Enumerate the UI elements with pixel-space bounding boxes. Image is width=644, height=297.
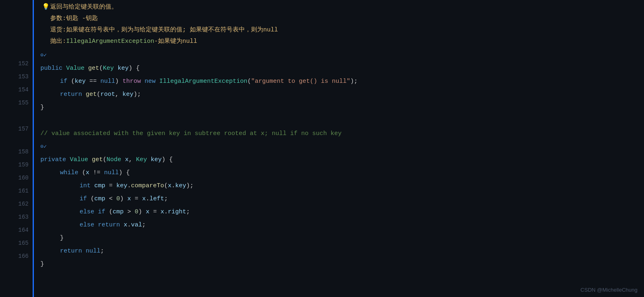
doc-text-1: 返回与给定键关联的值。 (50, 2, 118, 13)
watermark: CSDN @MichelleChung (580, 287, 637, 293)
code-line-158: @ private Value get ( Node x , Key key )… (40, 153, 644, 166)
doc-line-1: 💡 返回与给定键关联的值。 (40, 2, 644, 13)
fold-icon-2[interactable]: ⊙✓ (40, 142, 47, 152)
code-line-167 (40, 271, 644, 284)
code-line-157: // value associated with the given key i… (40, 127, 644, 140)
doc-line-2: 参数: 钥匙 -钥匙 (40, 13, 644, 24)
fn-get: get (88, 62, 99, 75)
doc-text-2: 钥匙 -钥匙 (66, 13, 98, 24)
doc-label-2: 参数: (50, 13, 66, 24)
code-line-159: while ( x != null ) { (40, 166, 644, 180)
fold-row-2: ⊙✓ (40, 140, 644, 153)
code-line-164: } (40, 232, 644, 245)
doc-line-3: 退货: 如果键在符号表中，则为与给定键关联的值; 如果键不在符号表中，则为nul… (40, 24, 644, 36)
code-line-160: int cmp = key . compareTo ( x . key ) ; (40, 180, 644, 193)
type-value: Value (66, 62, 84, 75)
code-line-162: else if ( cmp > 0 ) x = x . right ; (40, 206, 644, 219)
doc-block: 💡 返回与给定键关联的值。 参数: 钥匙 -钥匙 退货: 如果键在符号表中，则为… (40, 0, 644, 49)
line-numbers: 152 153 154 155 156 157 158 159 160 161 … (0, 0, 33, 297)
code-editor: 152 153 154 155 156 157 158 159 160 161 … (0, 0, 644, 297)
doc-text-4: -如果键为null (154, 36, 197, 47)
fold-icon[interactable]: ⊙✓ (40, 51, 47, 60)
code-line-152: public Value get ( Key key ) { (40, 62, 644, 75)
code-line-154: return get ( root , key ) ; (40, 88, 644, 101)
code-line-155: } (40, 101, 644, 114)
code-line-163: else return x . val ; (40, 219, 644, 232)
code-line-161: if ( cmp < 0 ) x = x . left ; (40, 193, 644, 206)
doc-label-3: 退货: (50, 24, 66, 36)
code-line-165: return null ; (40, 245, 644, 258)
code-line-156 (40, 114, 644, 127)
fold-row: ⊙✓ (40, 49, 644, 62)
code-line-153: if ( key == null ) throw new IllegalArgu… (40, 75, 644, 88)
doc-code-4: IllegalArgumentException (66, 36, 154, 47)
doc-text-3: 如果键在符号表中，则为与给定键关联的值; 如果键不在符号表中，则为null (66, 24, 278, 36)
doc-label-4: 抛出: (50, 36, 66, 47)
kw-public: public (40, 62, 62, 75)
code-line-166: } (40, 258, 644, 271)
doc-line-4: 抛出: IllegalArgumentException -如果键为null (40, 36, 644, 47)
code-content: 💡 返回与给定键关联的值。 参数: 钥匙 -钥匙 退货: 如果键在符号表中，则为… (34, 0, 644, 297)
